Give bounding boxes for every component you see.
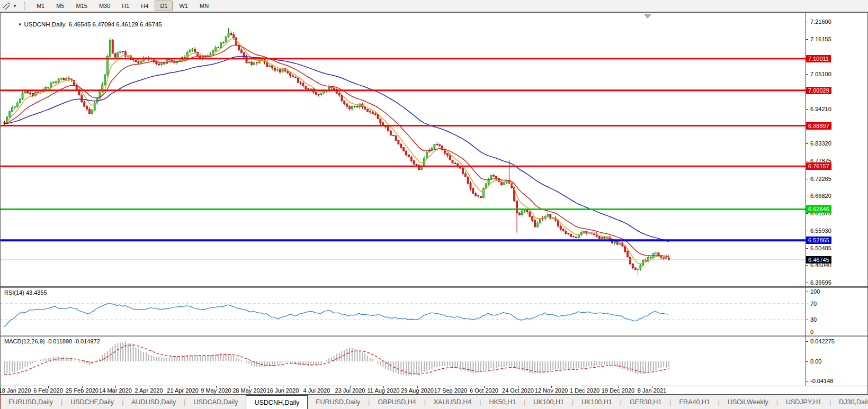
moving-averages (5, 39, 669, 263)
date-label: 12 Nov 2020 (535, 387, 568, 394)
date-label: 1 Dec 2020 (570, 387, 599, 394)
date-label: 25 Feb 2020 (66, 387, 99, 394)
macd-tick-mark (806, 381, 808, 381)
chart-tab-uk100[interactable]: UK100,H1 (525, 395, 572, 409)
date-label: 9 May 2020 (201, 387, 231, 394)
date-axis[interactable]: 18 Jan 20206 Feb 202025 Feb 202014 Mar 2… (1, 386, 867, 395)
price-tick-label: 7.05100 (810, 71, 831, 77)
date-label: 23 Jul 2020 (335, 387, 365, 394)
chart-tab-ger30[interactable]: GER30,H1 (622, 395, 669, 409)
macd-tick-label: 0.00 (810, 358, 821, 365)
rsi-label: RSI(14) 43.4355 (4, 289, 47, 296)
price-tick-mark (806, 143, 808, 144)
date-label: 4 Jul 2020 (303, 387, 330, 394)
chart-tab-fra40[interactable]: FRA40,H1 (671, 395, 718, 409)
price-chart-canvas[interactable] (1, 13, 806, 286)
chart-tab-gbpusd[interactable]: GBPUSD,H4 (370, 395, 424, 409)
timeframe-button-h4[interactable]: H4 (136, 1, 154, 11)
candles (4, 28, 669, 275)
rsi-tick-mark (806, 292, 808, 292)
chart-tab-usdjpy[interactable]: USDJPY,H1 (778, 395, 829, 409)
chart-window[interactable]: ▼USDCNH,Daily 6.46545 6.47094 6.46129 6.… (0, 12, 868, 395)
date-label: 6 Oct 2020 (470, 387, 498, 394)
toolbar-tool-group[interactable]: ▼ (0, 2, 19, 10)
date-label: 16 Jun 2020 (267, 387, 299, 394)
date-label: 21 Apr 2020 (167, 387, 198, 394)
price-line-tag: 6.76157 (806, 162, 831, 170)
macd-tick-mark (806, 361, 808, 362)
price-line-tag: 6.62646 (806, 205, 831, 213)
macd-label: MACD(12,26,9) -0.011890 -0.014972 (4, 338, 100, 344)
price-tick-label: 6.83320 (810, 140, 831, 147)
rsi-tick-mark (806, 304, 808, 304)
price-tick-mark (806, 74, 808, 75)
price-line-tag: 7.00029 (806, 87, 831, 94)
toolbar-dropdown-caret-icon[interactable]: ▼ (13, 4, 17, 8)
chart-title-ohlc: 6.46545 6.47094 6.46129 6.46745 (69, 21, 162, 28)
chart-tab-usdcad[interactable]: USDCAD,Daily (185, 395, 246, 409)
price-axis-border (806, 13, 806, 386)
price-tick-label: 6.66820 (810, 193, 831, 199)
chart-tab-dj30[interactable]: DJ30,Daily (831, 395, 868, 409)
rsi-tick-mark (806, 332, 808, 332)
price-tick-mark (806, 22, 808, 22)
date-label: 11 Aug 2020 (368, 387, 400, 394)
timeframe-button-h1[interactable]: H1 (117, 1, 135, 11)
macd-canvas[interactable] (1, 337, 806, 386)
mt4-window: ▼ M1M5M15M30H1H4D1W1MN ▼USDCNH,Daily 6.4… (0, 0, 868, 409)
chart-shift-marker-icon[interactable] (644, 14, 651, 19)
timeframe-button-mn[interactable]: MN (194, 1, 214, 11)
price-line-tag: 7.10011 (806, 55, 831, 62)
timeframe-toolbar: ▼ M1M5M15M30H1H4D1W1MN (0, 0, 868, 12)
macd-tick-mark (806, 341, 808, 342)
date-label: 18 Jan 2020 (0, 387, 31, 394)
timeframe-button-m1[interactable]: M1 (31, 1, 50, 11)
chart-tab-usdchf[interactable]: USDCHF,Daily (62, 395, 122, 409)
rsi-tick-label: 70 (810, 301, 817, 307)
price-tick-label: 7.16155 (810, 36, 831, 42)
chart-tab-eurusd[interactable]: EURUSD,Daily (308, 395, 368, 409)
date-label: 8 Jan 2021 (638, 387, 666, 394)
rsi-line (4, 304, 668, 328)
collapse-triangle-icon[interactable]: ▼ (18, 22, 22, 27)
horizontal-lines[interactable] (1, 59, 806, 260)
trendline-tool-icon[interactable] (2, 2, 11, 10)
chart-tab-xauusd[interactable]: XAUUSD,H4 (426, 395, 480, 409)
price-panel[interactable]: ▼USDCNH,Daily 6.46545 6.47094 6.46129 6.… (1, 13, 867, 286)
date-label: 6 Feb 2020 (33, 387, 63, 394)
date-label: 29 Aug 2020 (401, 387, 434, 394)
rsi-canvas[interactable] (1, 288, 806, 335)
chart-tab-uk100[interactable]: UK100,H1 (574, 395, 620, 409)
timeframe-buttons: M1M5M15M30H1H4D1W1MN (31, 1, 214, 11)
price-tick-label: 6.72265 (810, 176, 831, 182)
rsi-tick-label: 30 (810, 316, 817, 323)
macd-tick-label: -0.04148 (810, 378, 833, 384)
date-label: 14 Mar 2020 (99, 387, 132, 394)
date-label: 19 Dec 2020 (602, 387, 634, 394)
macd-panel[interactable]: MACD(12,26,9) -0.011890 -0.014972 (1, 337, 867, 386)
timeframe-button-w1[interactable]: W1 (174, 1, 193, 11)
timeframe-button-m30[interactable]: M30 (94, 1, 115, 11)
price-tick-mark (806, 161, 808, 161)
chart-tab-audusd[interactable]: AUDUSD,Daily (123, 395, 184, 409)
chart-tab-hk50[interactable]: HK50,H1 (481, 395, 524, 409)
chart-tab-eurusd[interactable]: EURUSD,Daily (1, 395, 61, 409)
price-line-tag: 6.52865 (806, 237, 831, 244)
timeframe-button-m15[interactable]: M15 (70, 1, 92, 11)
chart-title-symbol: USDCNH,Daily (24, 21, 65, 28)
chart-tab-usoil[interactable]: USOil,Weekly (720, 395, 776, 409)
price-tick-mark (806, 196, 808, 196)
price-line-tag: 6.88897 (806, 122, 831, 130)
timeframe-button-d1[interactable]: D1 (155, 1, 173, 11)
date-label: 17 Sep 2020 (434, 387, 467, 394)
timeframe-button-m5[interactable]: M5 (51, 1, 69, 11)
rsi-panel[interactable]: RSI(14) 43.4355 (1, 288, 867, 335)
price-tick-label: 7.21600 (810, 19, 831, 25)
chart-tab-usdcnh[interactable]: USDCNH,Daily (246, 395, 308, 409)
price-tick-mark (806, 179, 808, 179)
price-tick-mark (806, 265, 808, 266)
price-tick-label: 6.39595 (810, 279, 831, 286)
toolbar-grip-handle[interactable] (24, 2, 27, 10)
macd-tick-label: 0.042275 (810, 338, 835, 344)
price-tick-mark (806, 283, 808, 283)
